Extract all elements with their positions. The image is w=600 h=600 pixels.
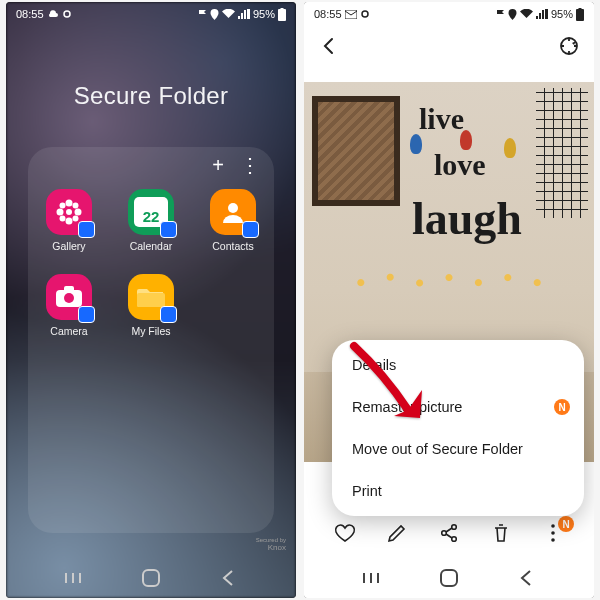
back-button[interactable] [219,568,239,588]
wifi-icon [222,9,235,19]
home-button[interactable] [140,567,162,589]
cloud-icon [47,9,59,19]
svg-point-9 [73,203,79,209]
svg-rect-16 [137,293,165,307]
home-button[interactable] [438,567,460,589]
grid-board [536,88,588,218]
photo-frame [312,96,400,206]
mail-icon [345,10,357,19]
svg-point-8 [60,203,66,209]
svg-rect-1 [278,9,286,21]
recents-button[interactable] [63,568,83,588]
menu-move-out-of-secure-folder[interactable]: Move out of Secure Folder [332,428,584,470]
app-panel: + ⋮ Gallery 22 Calendar Contacts [28,147,274,533]
delete-icon[interactable] [490,522,512,544]
wifi-icon [520,9,533,19]
app-contacts[interactable]: Contacts [192,189,274,252]
svg-point-26 [551,524,555,528]
battery-icon [576,8,584,21]
flag-icon [496,9,505,20]
contacts-icon [210,189,256,235]
page-title: Secure Folder [6,82,296,110]
recents-button[interactable] [361,568,381,588]
app-grid: Gallery 22 Calendar Contacts Camera [28,189,274,337]
annotation-arrow [344,340,434,434]
svg-point-4 [66,200,73,207]
wall-text-love: love [434,148,486,182]
svg-rect-17 [143,570,159,586]
remaster-icon[interactable] [558,35,580,57]
svg-rect-20 [576,9,584,21]
clock: 08:55 [314,8,342,20]
more-button[interactable]: ⋮ [240,155,260,175]
app-label: Camera [50,325,87,337]
figurine [410,134,422,154]
share-icon[interactable] [438,522,460,544]
system-nav-bar [6,558,296,598]
back-button[interactable] [318,35,340,57]
camera-icon [46,274,92,320]
svg-point-27 [551,531,555,535]
settings-suggest-icon [62,9,72,19]
favorite-icon[interactable] [334,522,356,544]
figurine [504,138,516,158]
back-button[interactable] [517,568,537,588]
viewer-header [304,26,594,66]
svg-point-3 [66,209,72,215]
app-label: My Files [131,325,170,337]
app-label: Calendar [130,240,173,252]
svg-point-28 [551,538,555,542]
edit-icon[interactable] [386,522,408,544]
location-icon [210,9,219,20]
svg-point-7 [75,209,82,216]
knox-label: Secured byKnox [256,536,286,552]
svg-point-0 [64,11,70,17]
battery-percent: 95% [551,8,573,20]
svg-point-5 [66,218,73,225]
string-lights [344,270,554,288]
new-badge: N [558,516,574,532]
svg-rect-14 [64,286,74,292]
screenshot-secure-folder: 08:55 95% Secure Folder + ⋮ Gallery [6,2,296,598]
status-bar: 08:55 95% [6,2,296,26]
status-bar: 08:55 95% [304,2,594,26]
signal-icon [536,9,548,19]
signal-icon [238,9,250,19]
folder-icon [128,274,174,320]
system-nav-bar [304,558,594,598]
svg-rect-2 [281,8,284,10]
svg-point-19 [362,11,368,17]
location-icon [508,9,517,20]
svg-point-12 [228,203,238,213]
app-label: Gallery [52,240,85,252]
app-camera[interactable]: Camera [28,274,110,337]
gallery-icon [46,189,92,235]
viewer-bottom-bar: N [304,512,594,558]
menu-print[interactable]: Print [332,470,584,512]
svg-rect-29 [441,570,457,586]
figurine [460,130,472,150]
wall-text-laugh: laugh [412,192,522,245]
svg-point-11 [73,216,79,222]
battery-percent: 95% [253,8,275,20]
settings-suggest-icon [360,9,370,19]
app-label: Contacts [212,240,253,252]
clock: 08:55 [16,8,44,20]
svg-point-10 [60,216,66,222]
svg-point-6 [57,209,64,216]
flag-icon [198,9,207,20]
app-my-files[interactable]: My Files [110,274,192,337]
new-badge: N [554,399,570,415]
svg-point-15 [64,293,74,303]
wall-text-live: live [419,102,464,136]
app-calendar[interactable]: 22 Calendar [110,189,192,252]
add-button[interactable]: + [212,155,224,175]
screenshot-photo-viewer: 08:55 95% live love laugh [304,2,594,598]
calendar-icon: 22 [128,189,174,235]
battery-icon [278,8,286,21]
svg-rect-21 [579,8,582,10]
app-gallery[interactable]: Gallery [28,189,110,252]
